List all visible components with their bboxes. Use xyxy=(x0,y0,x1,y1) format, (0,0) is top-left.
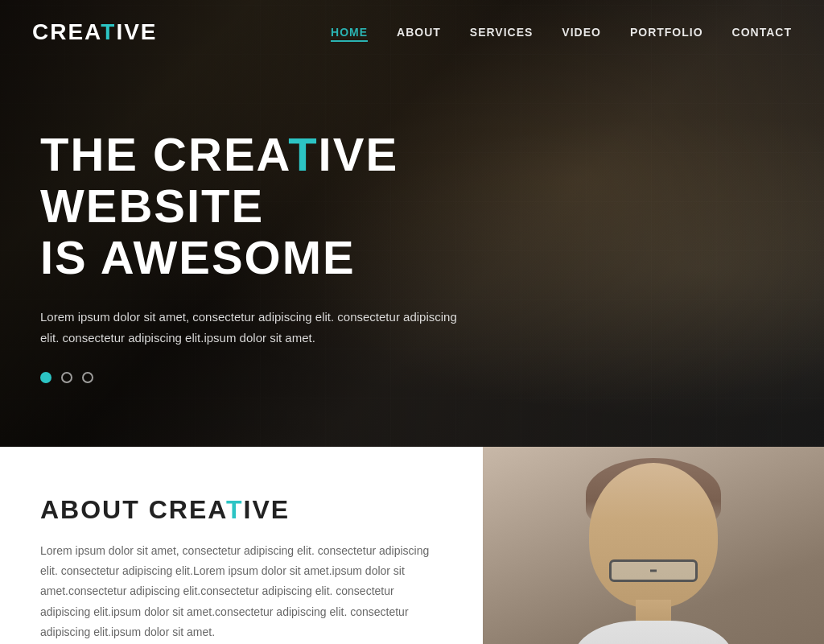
nav-link-portfolio[interactable]: PORTFOLIO xyxy=(630,26,703,39)
nav-link-contact[interactable]: CONTACT xyxy=(732,26,792,39)
nav-item-contact[interactable]: CONTACT xyxy=(732,25,792,39)
person-silhouette xyxy=(541,447,766,644)
person-glasses xyxy=(609,559,698,582)
about-title-prefix: ABOUT CREA xyxy=(40,495,226,524)
navbar: CREATIVE HOME ABOUT SERVICES VIDEO PORTF… xyxy=(0,0,824,64)
hero-title-line1: THE CREATIVE WEBSITE xyxy=(40,128,398,232)
nav-link-services[interactable]: SERVICES xyxy=(470,26,534,39)
hero-title: THE CREATIVE WEBSITE IS AWESOME xyxy=(40,129,531,283)
about-image xyxy=(483,447,824,644)
hero-title-accent: T xyxy=(288,128,318,180)
hero-section: THE CREATIVE WEBSITE IS AWESOME Lorem ip… xyxy=(0,0,824,447)
logo-suffix: IVE xyxy=(116,19,157,44)
nav-item-video[interactable]: VIDEO xyxy=(562,25,601,39)
about-title-accent: T xyxy=(226,495,244,524)
slider-dot-1[interactable] xyxy=(40,372,52,383)
nav-link-home[interactable]: HOME xyxy=(331,26,368,42)
slider-dots xyxy=(40,372,531,383)
hero-title-prefix: THE CREA xyxy=(40,128,288,180)
nav-item-about[interactable]: ABOUT xyxy=(397,25,441,39)
hero-subtitle: Lorem ipsum dolor sit amet, consectetur … xyxy=(40,307,475,348)
about-title: ABOUT CREATIVE xyxy=(40,495,443,525)
logo[interactable]: CREATIVE xyxy=(32,19,158,45)
nav-link-about[interactable]: ABOUT xyxy=(397,26,441,39)
nav-link-video[interactable]: VIDEO xyxy=(562,26,601,39)
about-text-1: Lorem ipsum dolor sit amet, consectetur … xyxy=(40,541,443,642)
nav-item-home[interactable]: HOME xyxy=(331,25,368,39)
slider-dot-2[interactable] xyxy=(61,372,72,383)
logo-prefix: CREA xyxy=(32,19,101,44)
nav-links: HOME ABOUT SERVICES VIDEO PORTFOLIO CONT… xyxy=(331,25,792,39)
person-body xyxy=(573,621,734,644)
logo-accent: T xyxy=(101,19,116,44)
about-title-suffix: IVE xyxy=(244,495,290,524)
person-head xyxy=(589,463,718,608)
nav-item-services[interactable]: SERVICES xyxy=(470,25,534,39)
about-left: ABOUT CREATIVE Lorem ipsum dolor sit ame… xyxy=(0,447,483,644)
hero-title-line2: IS AWESOME xyxy=(40,231,356,283)
slider-dot-3[interactable] xyxy=(82,372,93,383)
nav-item-portfolio[interactable]: PORTFOLIO xyxy=(630,25,703,39)
about-section: ABOUT CREATIVE Lorem ipsum dolor sit ame… xyxy=(0,447,824,644)
